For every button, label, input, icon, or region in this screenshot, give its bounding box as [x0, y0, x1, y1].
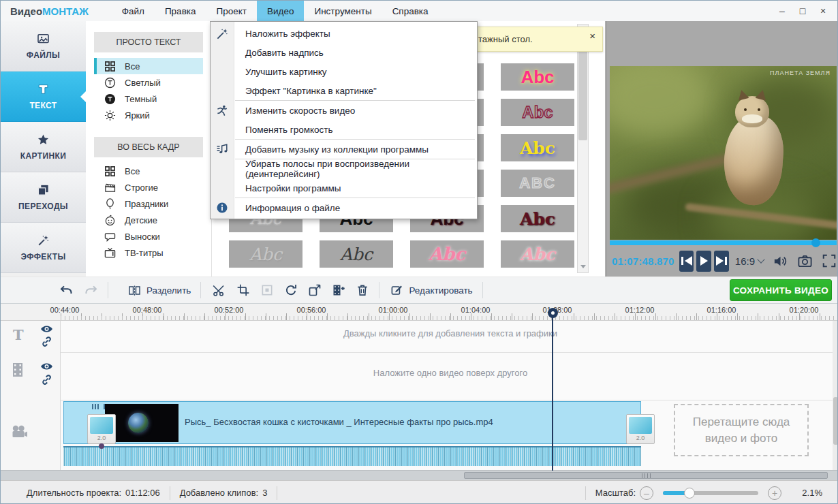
replace-icon[interactable]	[308, 283, 322, 297]
notification-close-icon[interactable]: ×	[589, 30, 595, 42]
undo-icon[interactable]	[59, 283, 74, 298]
grid-scrollbar[interactable]	[577, 24, 589, 273]
snapshot-camera-icon[interactable]	[797, 253, 813, 269]
text-style-tile[interactable]: Abc	[501, 205, 574, 232]
category-tv-titles[interactable]: ТВ-титры	[94, 245, 203, 261]
video-frame[interactable]: ПЛАНЕТА ЗЕМЛЯ	[610, 66, 837, 240]
timeline-horizontal-scrollbar[interactable]	[1, 470, 837, 480]
scissors-icon[interactable]	[212, 283, 226, 298]
tab-effects[interactable]: ЭФФЕКТЫ	[1, 223, 86, 273]
category-bright[interactable]: Яркий	[94, 107, 203, 123]
split-icon	[128, 284, 141, 297]
link-icon[interactable]	[41, 374, 52, 388]
track-headers: T	[1, 321, 61, 470]
star-icon	[37, 133, 50, 146]
edit-pencil-icon	[390, 284, 403, 297]
transition-in-thumbnail[interactable]: 2.0	[87, 414, 116, 444]
text-style-tile[interactable]: Abc	[501, 240, 574, 268]
tv-icon	[104, 247, 117, 259]
tab-text-label: ТЕКСТ	[29, 101, 57, 110]
track-separator	[1, 400, 838, 400]
transition-image	[90, 417, 113, 434]
menu-item-settings[interactable]: Настройки программы	[234, 178, 477, 198]
menu-item-improve-picture[interactable]: Улучшить картинку	[234, 62, 477, 81]
link-icon[interactable]	[41, 336, 52, 350]
tab-files[interactable]: ФАЙЛЫ	[1, 21, 86, 72]
statusbar-separator	[585, 486, 586, 500]
category-strict[interactable]: Строгие	[94, 179, 203, 195]
category-label: Праздники	[125, 199, 168, 209]
text-style-tile[interactable]: Abc	[501, 134, 574, 161]
crop-icon[interactable]	[236, 283, 250, 297]
text-style-tile[interactable]: Abc	[320, 240, 393, 268]
drop-zone[interactable]: Перетащите сюда видео и фото	[674, 404, 809, 456]
menu-item-change-speed[interactable]: Изменить скорость видео	[234, 101, 477, 120]
menu-item-add-music[interactable]: Добавить музыку из коллекции программы	[234, 140, 477, 159]
project-duration-label: Длительность проекта:	[27, 488, 121, 498]
split-button[interactable]: Разделить	[128, 284, 191, 297]
category-dark[interactable]: Темный	[94, 91, 203, 107]
minimize-button[interactable]: –	[772, 2, 792, 20]
trash-icon[interactable]	[356, 283, 369, 297]
rotate-icon[interactable]	[284, 283, 298, 297]
category-kids[interactable]: Детские	[94, 212, 203, 228]
category-holidays[interactable]: Праздники	[94, 195, 203, 212]
menu-video[interactable]: Видео	[257, 1, 304, 21]
text-style-tile[interactable]: ABC	[501, 170, 574, 197]
playback-progress-bar[interactable]	[610, 240, 837, 245]
zoom-out-button[interactable]: –	[640, 486, 653, 500]
scroll-down-icon[interactable]	[578, 262, 588, 272]
fullscreen-icon[interactable]	[822, 253, 837, 268]
category-light[interactable]: Светлый	[94, 74, 203, 91]
audio-waveform[interactable]	[63, 446, 641, 466]
tracks-vertical-scrollbar[interactable]	[833, 321, 838, 470]
menu-help[interactable]: Справка	[382, 1, 439, 21]
category-callouts[interactable]: Выноски	[94, 228, 203, 245]
text-style-tile[interactable]: Abc	[410, 240, 484, 268]
tab-pictures[interactable]: КАРТИНКИ	[1, 122, 86, 172]
menu-edit[interactable]: Правка	[155, 1, 206, 21]
notification-text: тажный стол.	[478, 34, 533, 44]
playhead-handle[interactable]	[548, 308, 558, 318]
scrollbar-thumb[interactable]	[578, 38, 587, 140]
category-label: Строгие	[125, 183, 158, 193]
menu-item-add-caption[interactable]: Добавить надпись	[234, 43, 477, 62]
menu-item-change-volume[interactable]: Поменять громкость	[234, 120, 477, 139]
eye-icon[interactable]	[40, 362, 53, 374]
volume-keyframe-dot[interactable]	[99, 443, 104, 449]
save-video-button[interactable]: СОХРАНИТЬ ВИДЕО	[730, 279, 832, 301]
maximize-button[interactable]: □	[792, 2, 813, 20]
close-button[interactable]: ×	[813, 2, 833, 20]
scrollbar-thumb[interactable]	[833, 397, 838, 445]
eye-icon[interactable]	[40, 324, 53, 336]
zoom-slider-thumb[interactable]	[684, 488, 695, 499]
previous-frame-button[interactable]	[679, 251, 694, 272]
category-label: Выноски	[125, 232, 160, 242]
play-button[interactable]	[696, 251, 711, 272]
zoom-in-button[interactable]: +	[768, 486, 781, 500]
tab-transitions[interactable]: ПЕРЕХОДЫ	[1, 172, 86, 223]
category-all-simple[interactable]: Все	[94, 58, 203, 74]
menu-tools[interactable]: Инструменты	[304, 1, 382, 21]
text-style-tile[interactable]: Abc	[501, 63, 574, 91]
next-frame-button[interactable]	[714, 251, 729, 272]
edit-button[interactable]: Редактировать	[390, 284, 472, 297]
menu-item-picture-in-picture[interactable]: Эффект "Картинка в картинке"	[234, 81, 477, 100]
menu-file[interactable]: Файл	[112, 1, 155, 21]
text-style-tile[interactable]: Abc	[229, 240, 302, 268]
style-sample: Abc	[521, 67, 554, 88]
menu-item-deinterlace[interactable]: Убирать полосы при воспроизведении (деин…	[234, 159, 477, 178]
aspect-ratio-select[interactable]: 16:9	[735, 255, 764, 267]
menu-item-apply-effects[interactable]: Наложить эффекты	[234, 24, 477, 43]
menu-item-file-info[interactable]: Информация о файле	[234, 198, 477, 217]
zoom-slider[interactable]	[663, 491, 758, 495]
add-clip-icon[interactable]	[332, 283, 345, 297]
menu-project[interactable]: Проект	[206, 1, 257, 21]
transition-out-thumbnail[interactable]: 2.0	[626, 414, 655, 444]
category-all-fullframe[interactable]: Все	[94, 163, 203, 179]
text-style-tile[interactable]: Abc	[501, 99, 574, 126]
volume-icon[interactable]	[773, 253, 788, 269]
timeline-ruler[interactable]: 00:44:00 00:48:00 00:52:00 00:56:00 01:0…	[1, 304, 837, 321]
tab-text[interactable]: ТЕКСТ	[1, 72, 86, 122]
scrollbar-thumb[interactable]	[464, 472, 828, 479]
